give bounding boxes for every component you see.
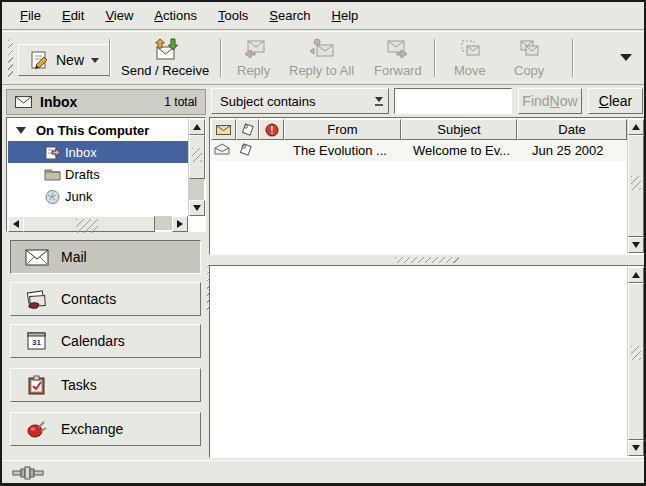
scrollbar-thumb[interactable]: [628, 283, 644, 440]
exchange-plug-icon: [25, 419, 49, 439]
switcher-label: Tasks: [61, 377, 97, 393]
menu-view[interactable]: View: [101, 6, 137, 25]
tree-item-label: Inbox: [65, 145, 97, 160]
reply-label: Reply: [237, 63, 270, 78]
mail-read-icon: [214, 143, 230, 155]
status-bar: [2, 460, 644, 485]
toolbar: New Send / Receive Reply: [2, 31, 644, 85]
move-button[interactable]: Move: [450, 36, 490, 80]
column-attachment[interactable]: [236, 119, 259, 140]
column-date-label: Date: [558, 122, 585, 137]
chevron-down-icon: [91, 58, 99, 63]
reply-to-all-label: Reply to All: [289, 63, 354, 78]
current-folder-title: Inbox: [40, 94, 77, 110]
menu-help[interactable]: Help: [328, 6, 363, 25]
search-input[interactable]: [394, 88, 512, 114]
scrollbar-thumb[interactable]: [628, 135, 644, 237]
attachment-icon: [241, 123, 254, 136]
toolbar-overflow-chevron-icon[interactable]: [620, 54, 632, 61]
new-button-label: New: [56, 52, 84, 68]
calendar-icon: 31: [25, 331, 49, 351]
message-status-icon: [216, 125, 231, 135]
folder-header-bar: Inbox 1 total: [6, 89, 206, 115]
scrollbar-thumb[interactable]: [189, 135, 205, 179]
column-from-label: From: [327, 122, 357, 137]
column-from[interactable]: From: [284, 119, 401, 140]
column-subject[interactable]: Subject: [401, 119, 517, 140]
envelope-icon: [15, 96, 32, 108]
splitter-grip[interactable]: [395, 257, 459, 263]
menu-actions[interactable]: Actions: [150, 6, 201, 25]
send-receive-label: Send / Receive: [121, 63, 209, 78]
tree-vertical-scrollbar[interactable]: [188, 119, 204, 216]
forward-button[interactable]: Forward: [370, 36, 426, 80]
tree-item-label: Junk: [65, 189, 92, 204]
switcher-label: Mail: [61, 249, 87, 265]
evolution-main-window: File Edit View Actions Tools Search Help…: [0, 0, 646, 486]
list-preview-splitter[interactable]: [209, 255, 645, 265]
toolbar-separator: [220, 39, 222, 77]
switcher-exchange-button[interactable]: Exchange: [10, 412, 201, 446]
move-label: Move: [454, 63, 486, 78]
scroll-up-button[interactable]: [628, 119, 644, 135]
message-row[interactable]: The Evolution ... Welcome to Ev... Jun 2…: [211, 140, 627, 161]
reply-button[interactable]: Reply: [233, 36, 274, 80]
forward-icon: [385, 38, 411, 62]
new-button[interactable]: New: [18, 44, 110, 76]
scroll-down-button[interactable]: [628, 237, 644, 253]
online-status-connector-icon[interactable]: [12, 466, 48, 480]
contacts-icon: [25, 289, 49, 309]
search-criteria-value: Subject contains: [220, 94, 315, 109]
copy-icon: [516, 38, 542, 62]
switcher-calendars-button[interactable]: 31 Calendars: [10, 324, 201, 358]
tree-root-on-this-computer[interactable]: On This Computer: [8, 119, 188, 141]
column-importance[interactable]: !: [259, 119, 284, 140]
toolbar-drag-handle[interactable]: [8, 39, 13, 77]
switcher-tasks-button[interactable]: Tasks: [10, 368, 201, 402]
scroll-down-button[interactable]: [628, 440, 644, 456]
menu-file[interactable]: File: [16, 6, 45, 25]
importance-icon: !: [265, 123, 279, 137]
column-subject-label: Subject: [437, 122, 480, 137]
menu-edit[interactable]: Edit: [58, 6, 88, 25]
tasks-icon: [25, 375, 49, 395]
column-status[interactable]: [211, 119, 236, 140]
message-subject: Welcome to Ev...: [408, 143, 527, 158]
mail-icon: [25, 249, 49, 266]
message-count: 1 total: [164, 95, 197, 109]
toolbar-separator: [572, 39, 574, 77]
inbox-icon: [44, 145, 61, 160]
scroll-down-button[interactable]: [189, 200, 205, 216]
expander-icon[interactable]: [16, 127, 26, 134]
switcher-contacts-button[interactable]: Contacts: [10, 282, 201, 316]
move-icon: [457, 38, 483, 62]
reply-icon: [241, 38, 267, 62]
scroll-up-button[interactable]: [628, 267, 644, 283]
menu-tools[interactable]: Tools: [214, 6, 252, 25]
message-list-scrollbar[interactable]: [627, 119, 643, 253]
scrollbar-thumb[interactable]: [23, 216, 155, 232]
tree-item-junk[interactable]: Junk: [8, 185, 188, 207]
scroll-left-button[interactable]: [8, 216, 24, 232]
copy-button[interactable]: Copy: [510, 36, 548, 80]
reply-to-all-button[interactable]: Reply to All: [285, 36, 358, 80]
tree-horizontal-scrollbar[interactable]: [8, 216, 188, 230]
tree-item-inbox[interactable]: Inbox: [8, 141, 188, 163]
tree-item-drafts[interactable]: Drafts: [8, 163, 188, 185]
column-date[interactable]: Date: [517, 119, 627, 140]
find-now-button[interactable]: Find Now: [518, 88, 582, 114]
switcher-mail-button[interactable]: Mail: [10, 240, 201, 274]
scroll-up-button[interactable]: [189, 119, 205, 135]
tree-item-label: Drafts: [65, 167, 100, 182]
clear-button[interactable]: Clear: [588, 88, 643, 114]
dropdown-arrow-icon: [370, 89, 388, 113]
search-criteria-dropdown[interactable]: Subject contains: [211, 88, 389, 114]
menu-search[interactable]: Search: [265, 6, 314, 25]
preview-scrollbar[interactable]: [627, 267, 643, 456]
message-list-header: ! From Subject Date: [211, 119, 627, 140]
switcher-label: Contacts: [61, 291, 116, 307]
send-receive-button[interactable]: Send / Receive: [117, 36, 213, 80]
switcher-label: Exchange: [61, 421, 123, 437]
scroll-right-button[interactable]: [172, 216, 188, 232]
message-date: Jun 25 2002: [527, 143, 627, 158]
